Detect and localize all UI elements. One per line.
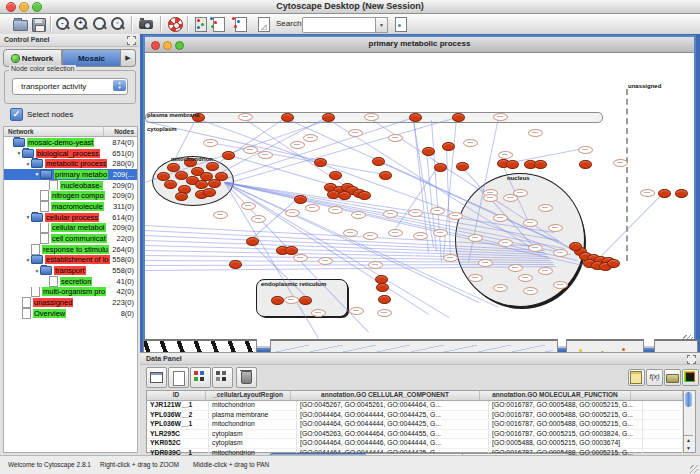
formula-builder-icon[interactable]: f(x) [646, 369, 663, 386]
matrix-view-icon[interactable] [682, 369, 699, 386]
network-node-selected[interactable] [658, 189, 671, 198]
network-node[interactable] [493, 284, 508, 292]
network-node[interactable] [493, 113, 508, 121]
open-file-icon[interactable] [12, 16, 28, 32]
network-node-selected[interactable] [314, 158, 327, 167]
save-icon[interactable] [30, 16, 46, 32]
network-node-selected[interactable] [222, 151, 235, 160]
network-view-titlebar[interactable]: primary metabolic process [145, 37, 694, 53]
network-node-selected[interactable] [322, 113, 335, 122]
select-nodes-checkbox[interactable]: ✓ [10, 108, 23, 121]
network-node[interactable] [363, 232, 378, 240]
network-node[interactable] [305, 204, 320, 212]
network-node[interactable] [553, 281, 568, 289]
network-node[interactable] [508, 264, 523, 272]
table-row[interactable]: YLR295Ccytoplasm[GO:0045263, GO:0044464,… [147, 430, 683, 440]
network-node[interactable] [311, 309, 326, 317]
zoom-selected-icon[interactable] [92, 16, 108, 32]
network-node-selected[interactable] [229, 260, 242, 269]
zoom-in-icon[interactable]: + [73, 16, 89, 32]
network-node-selected[interactable] [299, 296, 312, 305]
search-config-icon[interactable] [392, 16, 408, 32]
network-node-selected[interactable] [422, 147, 435, 156]
network-node[interactable] [483, 194, 498, 202]
node-color-dropdown[interactable]: transporter activity ▲▼ [12, 78, 128, 95]
float-panel-icon[interactable] [127, 36, 136, 45]
tree-row-biological-process[interactable]: ▼biological_process651(0) [4, 148, 137, 159]
tree-row-mosaic-demo-yeast[interactable]: mosaic-demo-yeast874(0) [4, 137, 137, 148]
network-node[interactable] [377, 309, 392, 317]
network-node-selected[interactable] [607, 259, 620, 268]
tree-row-primary-metabo[interactable]: ▼primary metabo209(... [4, 169, 137, 180]
network-node-selected[interactable] [372, 157, 385, 166]
network-node[interactable] [493, 214, 508, 222]
unselect-attributes-icon[interactable] [212, 367, 233, 388]
network-node[interactable] [528, 244, 543, 252]
import-network-icon[interactable] [210, 16, 226, 32]
network-node-selected[interactable] [164, 180, 177, 189]
network-node[interactable] [318, 257, 333, 265]
window-resize-grip[interactable] [690, 465, 698, 473]
column-header-id[interactable]: ID [147, 391, 206, 400]
network-node[interactable] [478, 259, 493, 267]
column-header-annotation-go-cellular-component[interactable]: annotation.GO CELLULAR_COMPONENT [291, 391, 480, 400]
table-scrollbar[interactable]: ▲▼ [683, 390, 696, 453]
network-node[interactable] [243, 146, 258, 154]
scrollbar-arrows[interactable]: ▲▼ [684, 435, 693, 452]
network-node[interactable] [388, 134, 403, 142]
tree-row-macromolecule[interactable]: macromolecule311(0) [4, 201, 137, 212]
attribute-editor-icon[interactable] [628, 369, 645, 386]
network-node-selected[interactable] [506, 160, 519, 169]
tree-row-establishment-of-lo[interactable]: ▼establishment of lo558(0) [4, 255, 137, 266]
network-node[interactable] [348, 129, 363, 137]
network-node-selected[interactable] [338, 191, 351, 200]
more-tabs-button[interactable]: ▶ [121, 49, 136, 67]
zoom-fit-icon[interactable]: ▫ [110, 16, 126, 32]
attribute-table-icon[interactable] [146, 367, 167, 388]
select-attributes-icon[interactable] [190, 367, 211, 388]
network-node-selected[interactable] [203, 188, 216, 197]
snapshot-camera-icon[interactable] [138, 16, 154, 32]
network-node[interactable] [343, 229, 358, 237]
network-node-selected[interactable] [434, 163, 447, 172]
network-node[interactable] [383, 210, 398, 218]
network-node[interactable] [351, 211, 366, 219]
tree-row-metabolic-process[interactable]: ▼metabolic process280(0) [4, 158, 137, 169]
tree-row-cell-communicat[interactable]: cell communicat22(0) [4, 233, 137, 244]
network-node-selected[interactable] [378, 295, 391, 304]
network-node[interactable] [290, 141, 305, 149]
network-node-selected[interactable] [358, 191, 371, 200]
network-node[interactable] [498, 151, 513, 159]
annotation-icon[interactable]: ◿ [255, 16, 271, 32]
tree-row-nitrogen-compo[interactable]: nitrogen compo209(0) [4, 190, 137, 201]
network-node-selected[interactable] [285, 246, 298, 255]
table-row[interactable]: YPL036W__1mitochondrion[GO:0044464, GO:0… [147, 420, 683, 430]
network-node-selected[interactable] [294, 195, 307, 204]
network-node[interactable] [498, 239, 513, 247]
network-node[interactable] [523, 219, 538, 227]
network-node-selected[interactable] [376, 283, 389, 292]
network-node-selected[interactable] [175, 192, 188, 201]
tree-row-secretion[interactable]: secretion41(0) [4, 276, 137, 287]
network-node[interactable] [368, 261, 383, 269]
network-node-selected[interactable] [409, 113, 422, 122]
float-panel-icon[interactable] [687, 355, 696, 364]
network-node[interactable] [203, 139, 218, 147]
table-row[interactable]: YJR121W__1mitochondrion[GO:0045267, GO:0… [147, 401, 683, 411]
column-header--cellularlayoutregion[interactable]: _cellularLayoutRegion [206, 391, 291, 400]
network-node[interactable] [433, 229, 448, 237]
network-node-selected[interactable] [569, 242, 582, 251]
tree-row-overview[interactable]: Overview8(0) [4, 308, 137, 319]
network-node[interactable] [463, 139, 478, 147]
network-node-selected[interactable] [379, 171, 392, 180]
network-node[interactable] [258, 151, 273, 159]
network-node[interactable] [364, 113, 379, 121]
network-node[interactable] [328, 206, 343, 214]
import-attribute-file-icon[interactable] [664, 369, 681, 386]
network-node[interactable] [613, 159, 628, 167]
help-lifesaver-icon[interactable] [167, 16, 183, 32]
vizmapper-icon[interactable] [192, 16, 208, 32]
network-node[interactable] [285, 209, 300, 217]
network-node[interactable] [408, 209, 423, 217]
network-node[interactable] [349, 307, 364, 315]
